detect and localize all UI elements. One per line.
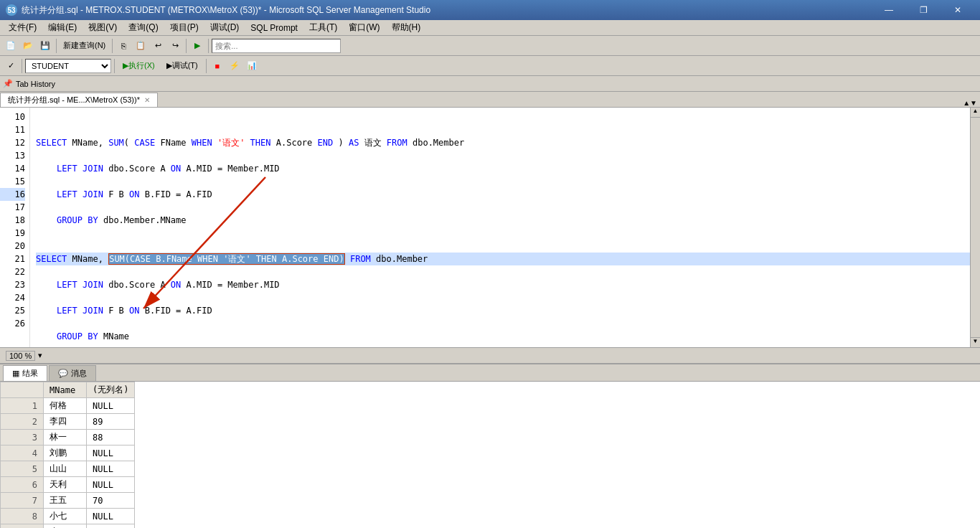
tab-history-bar: 📌 Tab History (0, 76, 980, 92)
results-table: MName (无列名) 1何格NULL2李四893林一884刘鹏NULL5山山N… (0, 382, 135, 528)
menu-file[interactable]: 文件(F) (3, 20, 42, 35)
new-query-btn[interactable]: 新建查询(N) (60, 38, 109, 54)
table-row: 3林一88 (1, 430, 135, 446)
col-header-empty (1, 382, 44, 398)
results-tab[interactable]: ▦ 结果 (3, 365, 47, 381)
row-index: 5 (1, 461, 44, 477)
tb2-more2[interactable]: 📊 (244, 58, 260, 74)
row-index: 6 (1, 477, 44, 493)
minimize-button[interactable]: — (872, 0, 905, 20)
maximize-button[interactable]: ❐ (907, 0, 940, 20)
sep2 (112, 39, 113, 53)
menu-project[interactable]: 项目(P) (164, 20, 204, 35)
row-index: 1 (1, 398, 44, 414)
results-icon: ▦ (12, 369, 19, 378)
results-panel: ▦ 结果 💬 消息 MName (无列名) (0, 363, 980, 528)
close-button[interactable]: ✕ (941, 0, 974, 20)
paste-btn[interactable]: 📋 (133, 38, 149, 54)
doc-tab-label: 统计并分组.sql - ME...X\MetroX (53))* (8, 95, 140, 105)
save-btn[interactable]: 💾 (37, 38, 53, 54)
col-header-mname: MName (44, 382, 87, 398)
table-row: 8小七NULL (1, 509, 135, 524)
t2sep3 (206, 59, 207, 73)
redo-btn[interactable]: ↪ (167, 38, 183, 54)
open-btn[interactable]: 📂 (20, 38, 36, 54)
scroll-up[interactable]: ▲ (971, 108, 980, 118)
toolbar1: 📄 📂 💾 新建查询(N) ⎘ 📋 ↩ ↪ ▶ (0, 36, 980, 56)
table-row: 1何格NULL (1, 398, 135, 414)
doc-tab-active[interactable]: 统计并分组.sql - ME...X\MetroX (53))* ✕ (0, 93, 158, 107)
menu-tools[interactable]: 工具(T) (303, 20, 343, 35)
line-numbers: 10 11 12 13 14 15 16 17 18 19 20 21 22 2… (0, 108, 30, 347)
messages-label: 消息 (71, 368, 87, 379)
zoom-level[interactable]: 100 % (6, 351, 35, 361)
menu-view[interactable]: 视图(V) (83, 20, 123, 35)
table-row: 7王五70 (1, 493, 135, 509)
undo-btn[interactable]: ↩ (150, 38, 166, 54)
tab-history-label[interactable]: Tab History (16, 80, 55, 88)
code-editor[interactable]: 10 11 12 13 14 15 16 17 18 19 20 21 22 2… (0, 108, 980, 347)
debug-btn[interactable]: ▶ 调试(T) (161, 58, 203, 74)
new-btn[interactable]: 📄 (3, 38, 19, 54)
cell-value: NULL (87, 477, 135, 493)
window-title: 统计并分组.sql - METROX.STUDENT (METROX\Metro… (22, 4, 430, 16)
cell-value: NULL (87, 461, 135, 477)
cell-mname: 林一 (44, 430, 87, 446)
run-btn[interactable]: ▶ (189, 38, 205, 54)
copy-btn[interactable]: ⎘ (116, 38, 131, 54)
menu-edit[interactable]: 编辑(E) (42, 20, 83, 35)
cell-value: 88 (87, 430, 135, 446)
table-row: 6天利NULL (1, 477, 135, 493)
checkmark-btn[interactable]: ✓ (3, 58, 19, 74)
cell-mname: 刘鹏 (44, 446, 87, 461)
database-select[interactable]: STUDENT (25, 59, 111, 73)
tab-history-icon: 📌 (3, 79, 13, 88)
doc-tab-close[interactable]: ✕ (144, 96, 150, 104)
menu-window[interactable]: 窗口(W) (343, 20, 385, 35)
menu-help[interactable]: 帮助(H) (386, 20, 427, 35)
title-bar: 53 统计并分组.sql - METROX.STUDENT (METROX\Me… (0, 0, 980, 20)
cell-mname: 何格 (44, 398, 87, 414)
table-row: 5山山NULL (1, 461, 135, 477)
row-index: 2 (1, 414, 44, 430)
menu-query[interactable]: 查询(Q) (123, 20, 164, 35)
menu-sqlprompt[interactable]: SQL Prompt (245, 22, 303, 34)
search-input[interactable] (212, 39, 341, 53)
menu-bar: 文件(F) 编辑(E) 视图(V) 查询(Q) 项目(P) 调试(D) SQL … (0, 20, 980, 36)
zoom-dropdown[interactable]: ▾ (38, 351, 42, 360)
col-header-noname: (无列名) (87, 382, 135, 398)
stop-btn[interactable]: ■ (209, 58, 225, 74)
results-grid[interactable]: MName (无列名) 1何格NULL2李四893林一884刘鹏NULL5山山N… (0, 382, 980, 528)
nav-down[interactable]: ▼ (970, 99, 977, 107)
cell-value: 89 (87, 414, 135, 430)
menu-debug[interactable]: 调试(D) (204, 20, 245, 35)
code-content[interactable]: SELECT MName, SUM( CASE FName WHEN '语文' … (30, 108, 980, 347)
row-index: 4 (1, 446, 44, 461)
table-row: 2李四89 (1, 414, 135, 430)
nav-up[interactable]: ▲ (963, 99, 970, 107)
toolbar2: ✓ STUDENT ▶ 执行(X) ▶ 调试(T) ■ ⚡ 📊 (0, 56, 980, 76)
cell-mname: 李四 (44, 414, 87, 430)
cell-mname: 张三 (44, 524, 87, 529)
messages-tab[interactable]: 💬 消息 (49, 365, 96, 381)
zoom-bar: 100 % ▾ (0, 347, 980, 363)
cell-mname: 山山 (44, 461, 87, 477)
row-index: 9 (1, 524, 44, 529)
t2sep1 (22, 59, 22, 73)
table-row: 4刘鹏NULL (1, 446, 135, 461)
exec-btn[interactable]: ▶ 执行(X) (118, 58, 160, 74)
cell-value: NULL (87, 398, 135, 414)
app-icon: 53 (6, 4, 17, 16)
doc-tabs: 统计并分组.sql - ME...X\MetroX (53))* ✕ ▲ ▼ (0, 92, 980, 108)
sep3 (186, 39, 187, 53)
tb2-more1[interactable]: ⚡ (227, 58, 242, 74)
table-row: 9张三78 (1, 524, 135, 529)
sep1 (56, 39, 57, 53)
results-label: 结果 (22, 368, 38, 379)
cell-value: NULL (87, 509, 135, 524)
cell-value: NULL (87, 446, 135, 461)
row-index: 8 (1, 509, 44, 524)
window-controls: — ❐ ✕ (872, 0, 974, 20)
t2sep2 (114, 59, 115, 73)
scroll-down[interactable]: ▼ (971, 337, 980, 347)
